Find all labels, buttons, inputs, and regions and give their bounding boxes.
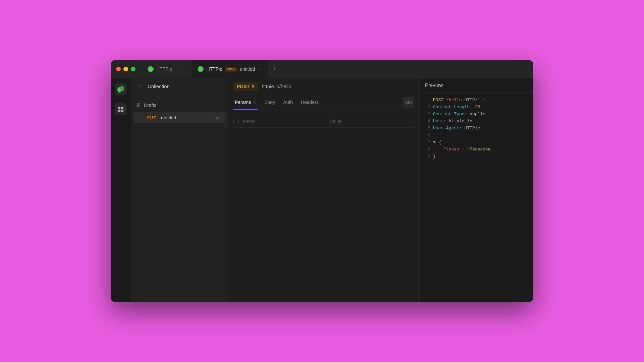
tab-body-label: Body <box>264 100 275 105</box>
preview-line-2: 2 Content-Length: 25 <box>420 104 533 111</box>
tab-request-name: untitled <box>240 66 255 72</box>
method-label: POST <box>237 84 250 89</box>
line-num-6: 6 <box>424 133 430 138</box>
preview-line-3: 3 Content-Type: applic <box>420 111 533 118</box>
add-collection-button[interactable]: + <box>136 82 144 90</box>
line-num-3: 3 <box>424 112 430 117</box>
traffic-lights <box>116 67 136 71</box>
preview-line-1: 1 POST /hello HTTP/1.1 <box>420 97 533 104</box>
code-view-button[interactable]: </> <box>403 97 414 108</box>
param-value-placeholder[interactable]: value <box>330 119 414 124</box>
collections-panel: + Collection ⊞ Drafts POST untitled now <box>131 78 228 302</box>
tab-label-1: HTTPie <box>156 66 172 72</box>
line-content-2: Content-Length: 25 <box>433 105 480 110</box>
line-content-1: POST /hello HTTP/1.1 <box>433 98 485 103</box>
close-button[interactable] <box>116 67 121 71</box>
collections-nav-icon[interactable] <box>115 103 127 115</box>
param-checkbox[interactable] <box>233 119 239 124</box>
code-icon: </> <box>405 100 412 105</box>
request-name: untitled <box>161 115 209 120</box>
cloud-icon-2 <box>198 66 204 72</box>
params-area: name value <box>228 110 419 302</box>
preview-line-5: 5 User-Agent: HTTPie <box>420 125 533 132</box>
line-num-1: 1 <box>424 98 430 103</box>
svg-rect-4 <box>121 107 123 109</box>
tab-add-1[interactable]: + <box>176 64 185 74</box>
preview-header: Preview <box>420 78 533 93</box>
maximize-button[interactable] <box>131 67 136 71</box>
tab-headers-label: Headers <box>301 100 319 105</box>
preview-panel: Preview 1 POST /hello HTTP/1.1 2 <box>419 78 533 302</box>
line-content-7: ▼ { <box>433 140 441 145</box>
titlebar: HTTPie + HTTPie POST untitled × + <box>111 60 533 78</box>
tab-auth[interactable]: Auth <box>282 95 294 110</box>
tab-params[interactable]: Params ⇅ <box>233 95 258 110</box>
drafts-label: Drafts <box>144 103 156 108</box>
line-content-8: "token": "f6cedc4e <box>433 147 491 152</box>
line-content-4: Host: httpie.io <box>433 119 472 124</box>
url-bar: POST ⇅ <box>228 78 419 95</box>
url-input[interactable] <box>262 83 414 89</box>
line-content-9: } <box>433 154 436 159</box>
minimize-button[interactable] <box>123 67 128 71</box>
sidebar-icons <box>111 78 131 302</box>
line-num-8: 8 <box>424 147 430 152</box>
tab-method-badge: POST <box>225 67 237 72</box>
new-tab-button[interactable]: + <box>270 64 279 74</box>
tab-httpie-2[interactable]: HTTPie POST untitled × <box>192 60 268 78</box>
preview-line-6: 6 <box>420 132 533 139</box>
line-content-5: User-Agent: HTTPie <box>433 126 480 131</box>
sort-icon: ⇅ <box>253 100 256 105</box>
httpie-logo-icon <box>115 83 127 95</box>
request-tabs: Params ⇅ Body Auth Headers </> <box>228 95 419 110</box>
svg-rect-3 <box>118 107 120 109</box>
param-name-placeholder[interactable]: name <box>243 119 326 124</box>
svg-rect-6 <box>121 110 123 112</box>
preview-line-9: 9 } <box>420 153 533 160</box>
app-window: HTTPie + HTTPie POST untitled × + <box>111 60 533 302</box>
method-selector[interactable]: POST ⇅ <box>233 82 258 91</box>
method-chevron-icon: ⇅ <box>252 84 254 88</box>
line-num-4: 4 <box>424 119 430 124</box>
tab-headers[interactable]: Headers <box>300 95 320 110</box>
preview-line-7: 7 ▼ { <box>420 139 533 146</box>
request-method-badge: POST <box>146 115 158 120</box>
line-num-7: 7 <box>424 140 430 145</box>
drafts-section: ⊞ Drafts POST untitled now <box>131 95 228 128</box>
line-num-9: 9 <box>424 154 430 159</box>
request-time: now <box>212 115 220 120</box>
preview-content: 1 POST /hello HTTP/1.1 2 Content-Length:… <box>420 93 533 302</box>
desktop: HTTPie + HTTPie POST untitled × + <box>0 0 644 362</box>
main-content: + Collection ⊞ Drafts POST untitled now <box>111 78 533 302</box>
preview-line-4: 4 Host: httpie.io <box>420 118 533 125</box>
collections-header: + Collection <box>131 78 228 95</box>
tab-httpie-1[interactable]: HTTPie + <box>142 60 192 78</box>
tab-body[interactable]: Body <box>263 95 276 110</box>
svg-rect-5 <box>118 110 120 112</box>
request-panel: POST ⇅ Params ⇅ Body Auth <box>228 78 419 302</box>
request-item[interactable]: POST untitled now <box>133 112 225 123</box>
preview-line-8: 8 "token": "f6cedc4e <box>420 146 533 153</box>
param-row: name value <box>233 115 414 128</box>
line-num-2: 2 <box>424 105 430 110</box>
preview-title: Preview <box>425 82 443 88</box>
tab-params-label: Params <box>235 100 251 105</box>
line-num-5: 5 <box>424 126 430 131</box>
svg-point-2 <box>120 86 124 91</box>
tab-close-button[interactable]: × <box>258 66 263 72</box>
cloud-icon-1 <box>148 66 154 72</box>
line-content-3: Content-Type: applic <box>433 112 485 117</box>
drafts-icon: ⊞ <box>136 102 141 108</box>
collections-title: Collection <box>148 83 170 89</box>
tab-auth-label: Auth <box>283 100 293 105</box>
tab-label-2: HTTPie <box>206 66 222 72</box>
drafts-header: ⊞ Drafts <box>131 99 228 111</box>
